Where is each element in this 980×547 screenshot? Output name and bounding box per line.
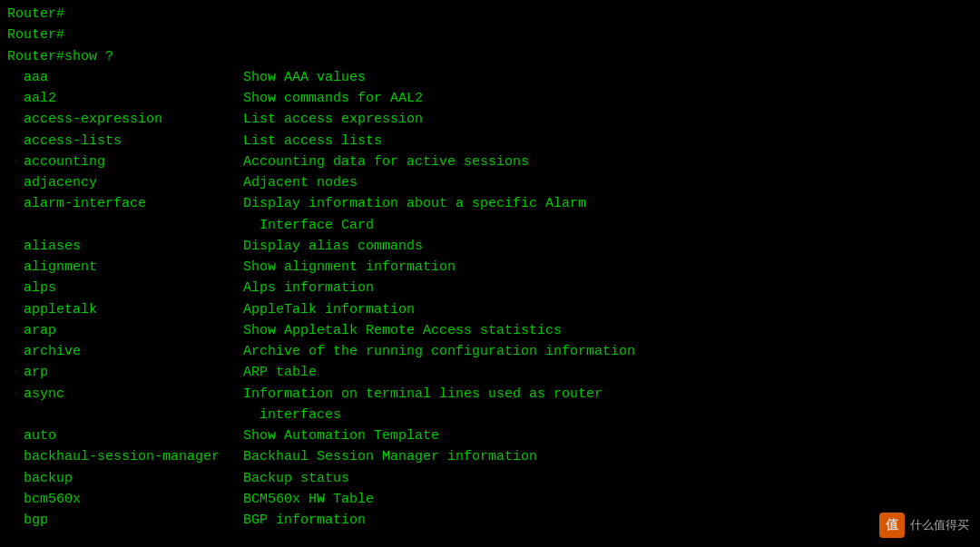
command-desc: Alps information	[243, 278, 374, 298]
command-name	[7, 405, 243, 425]
command-name: bcm560x	[7, 489, 243, 510]
terminal-row: access-expressionList access expression	[7, 109, 973, 130]
command-name: adjacency	[7, 172, 243, 193]
terminal-row: aaaShow AAA values	[7, 67, 973, 88]
terminal-row: access-listsList access lists	[7, 131, 973, 151]
terminal-row: Interface Card	[7, 215, 973, 236]
command-name: arap	[7, 320, 243, 341]
command-desc: Display alias commands	[243, 236, 423, 257]
command-desc: interfaces	[243, 405, 341, 425]
terminal-row: alignmentShow alignment information	[7, 257, 973, 278]
prompt-line-1: Router#	[7, 4, 973, 24]
command-desc: Show AAA values	[243, 67, 366, 88]
prompt-line-3: Router#show ?	[7, 46, 973, 67]
command-name: accounting	[7, 151, 243, 172]
watermark-icon: 值	[879, 513, 905, 538]
terminal-row: interfaces	[7, 405, 973, 425]
command-name: archive	[7, 341, 243, 362]
terminal-row: alpsAlps information	[7, 278, 973, 298]
command-desc: Interface Card	[243, 215, 374, 236]
terminal-row: bcm560xBCM560x HW Table	[7, 489, 973, 510]
command-name: backhaul-session-manager	[7, 446, 243, 467]
command-name: backup	[7, 468, 243, 489]
command-name: bgp	[7, 510, 243, 531]
command-name: appletalk	[7, 299, 243, 320]
command-desc: ARP table	[243, 362, 317, 383]
command-name: alarm-interface	[7, 193, 243, 214]
terminal-row: arapShow Appletalk Remote Access statist…	[7, 320, 973, 341]
command-name: aaa	[7, 67, 243, 88]
terminal-row: aal2Show commands for AAL2	[7, 88, 973, 109]
command-name	[7, 215, 243, 236]
command-name: async	[7, 384, 243, 405]
command-desc: AppleTalk information	[243, 299, 415, 320]
more-prompt: --More--	[7, 531, 973, 547]
terminal-row: autoShow Automation Template	[7, 425, 973, 446]
terminal-row: asyncInformation on terminal lines used …	[7, 384, 973, 405]
command-name: auto	[7, 425, 243, 446]
terminal-window: Router# Router# Router#show ? aaaShow AA…	[0, 0, 980, 547]
terminal-row: appletalkAppleTalk information	[7, 299, 973, 320]
terminal-row: archiveArchive of the running configurat…	[7, 341, 973, 362]
terminal-row: backupBackup status	[7, 468, 973, 489]
command-desc: Show Appletalk Remote Access statistics	[243, 320, 562, 341]
command-desc: Accounting data for active sessions	[243, 151, 529, 172]
watermark: 值 什么值得买	[879, 513, 969, 538]
command-desc: Display information about a specific Ala…	[243, 193, 586, 214]
command-name: alps	[7, 278, 243, 298]
watermark-text: 什么值得买	[910, 517, 969, 533]
command-name: arp	[7, 362, 243, 383]
command-desc: Show commands for AAL2	[243, 88, 423, 109]
command-desc: BGP information	[243, 510, 366, 531]
terminal-row: adjacencyAdjacent nodes	[7, 172, 973, 193]
terminal-row: bgpBGP information	[7, 510, 973, 531]
command-desc: Information on terminal lines used as ro…	[243, 384, 603, 405]
command-desc: Archive of the running configuration inf…	[243, 341, 635, 362]
command-desc: Backhaul Session Manager information	[243, 446, 537, 467]
terminal-row: aliasesDisplay alias commands	[7, 236, 973, 257]
command-name: access-lists	[7, 131, 243, 151]
terminal-row: arpARP table	[7, 362, 973, 383]
command-desc: Show alignment information	[243, 257, 456, 278]
command-name: alignment	[7, 257, 243, 278]
command-desc: List access expression	[243, 109, 423, 130]
command-desc: Show Automation Template	[243, 425, 439, 446]
prompt-line-2: Router#	[7, 24, 973, 45]
terminal-row: alarm-interfaceDisplay information about…	[7, 193, 973, 214]
terminal-row: backhaul-session-managerBackhaul Session…	[7, 446, 973, 467]
command-name: aal2	[7, 88, 243, 109]
command-desc: List access lists	[243, 131, 382, 151]
terminal-row: accountingAccounting data for active ses…	[7, 151, 973, 172]
command-desc: Adjacent nodes	[243, 172, 358, 193]
command-list: aaaShow AAA values aal2Show commands for…	[7, 67, 973, 532]
command-desc: BCM560x HW Table	[243, 489, 374, 510]
command-name: aliases	[7, 236, 243, 257]
command-name: access-expression	[7, 109, 243, 130]
command-desc: Backup status	[243, 468, 349, 489]
